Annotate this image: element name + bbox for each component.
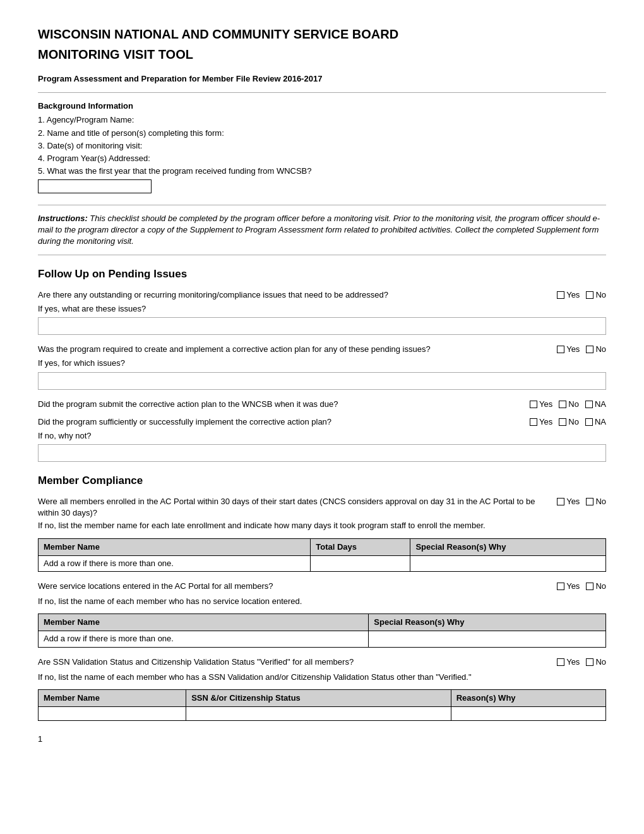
followup-q1-sub: If yes, what are these issues?: [38, 303, 606, 315]
mc-q3-sub: If no, list the name of each member who …: [38, 672, 606, 683]
followup-q2-answer-box[interactable]: [38, 372, 606, 390]
followup-q2-block: Was the program required to create and i…: [38, 344, 606, 389]
followup-q3-no[interactable]: No: [559, 399, 579, 410]
followup-q4-no-box[interactable]: [559, 418, 566, 426]
mc-q1-no[interactable]: No: [586, 496, 606, 507]
followup-q1-no-box[interactable]: [586, 291, 593, 299]
mc-table1-col1-header: Member Name: [39, 538, 311, 555]
mc-q1-sub: If no, list the member name for each lat…: [38, 520, 606, 531]
mc-table1-row1-col1: Add a row if there is more than one.: [39, 555, 311, 571]
followup-q3-na-label: NA: [595, 399, 606, 410]
mc-q2-sub: If no, list the name of each member who …: [38, 596, 606, 607]
followup-q2-yes-box[interactable]: [557, 346, 564, 353]
followup-q2-yes[interactable]: Yes: [557, 344, 580, 355]
mc-q2-yes-box[interactable]: [557, 583, 564, 590]
mc-table1-row1-col2: [311, 555, 410, 571]
title-line2: MONITORING VISIT TOOL: [38, 45, 606, 63]
followup-q4-yes-box[interactable]: [530, 418, 537, 426]
mc-table1-header-row: Member Name Total Days Special Reason(s)…: [39, 538, 606, 555]
background-item-3: 3. Date(s) of monitoring visit:: [38, 140, 606, 152]
mc-q1-row: Were all members enrolled in the AC Port…: [38, 496, 606, 519]
mc-q2-no-box[interactable]: [586, 583, 593, 590]
followup-q4-na-box[interactable]: [585, 418, 593, 426]
followup-q3-no-box[interactable]: [559, 401, 566, 408]
mc-q3-yes-label: Yes: [566, 656, 580, 668]
followup-q2-no-box[interactable]: [586, 346, 593, 353]
mc-table2-header-row: Member Name Special Reason(s) Why: [39, 614, 606, 631]
program-assessment-label: Program Assessment and Preparation for M…: [38, 73, 606, 85]
followup-q1-answer-box[interactable]: [38, 317, 606, 335]
followup-q4-block: Did the program sufficiently or successf…: [38, 416, 606, 462]
background-item-5: 5. What was the first year that the prog…: [38, 166, 606, 196]
mc-table3-row1-col1: [39, 707, 186, 721]
mc-q2-block: Were service locations entered in the AC…: [38, 581, 606, 607]
mc-q3-checkboxes: Yes No: [557, 656, 606, 668]
mc-table2-row1-col2: [369, 631, 606, 647]
mc-table2-row1: Add a row if there is more than one.: [39, 631, 606, 647]
followup-q4-na[interactable]: NA: [585, 416, 606, 428]
mc-q2-checkboxes: Yes No: [557, 581, 606, 592]
mc-q1-yes-box[interactable]: [557, 498, 564, 505]
mc-q2-yes[interactable]: Yes: [557, 581, 580, 592]
followup-q1-yes-label: Yes: [566, 289, 580, 301]
followup-q3-checkboxes: Yes No NA: [530, 399, 606, 410]
mc-table2-row1-col1: Add a row if there is more than one.: [39, 631, 369, 647]
mc-q3-yes-box[interactable]: [557, 658, 564, 666]
mc-q2-text: Were service locations entered in the AC…: [38, 581, 551, 592]
followup-q3-yes[interactable]: Yes: [530, 399, 552, 410]
mc-table2-col1-header: Member Name: [39, 614, 369, 631]
followup-q2-row: Was the program required to create and i…: [38, 344, 606, 355]
page-number: 1: [38, 734, 606, 745]
mc-q1-yes-label: Yes: [566, 496, 580, 507]
mc-table2-col2-header: Special Reason(s) Why: [369, 614, 606, 631]
mc-table1-col2-header: Total Days: [311, 538, 410, 555]
mc-q1-checkboxes: Yes No: [557, 496, 606, 507]
followup-q2-text: Was the program required to create and i…: [38, 344, 551, 355]
mc-table1-row1-col3: [410, 555, 606, 571]
followup-q2-checkboxes: Yes No: [557, 344, 606, 355]
followup-q4-yes[interactable]: Yes: [530, 416, 552, 428]
followup-q3-block: Did the program submit the corrective ac…: [38, 399, 606, 410]
followup-q3-yes-box[interactable]: [530, 401, 537, 408]
followup-q1-no[interactable]: No: [586, 289, 606, 301]
divider-3: [38, 255, 606, 255]
mc-q3-text: Are SSN Validation Status and Citizenshi…: [38, 656, 551, 668]
mc-q3-no[interactable]: No: [586, 656, 606, 668]
followup-q1-checkboxes: Yes No: [557, 289, 606, 301]
followup-q1-yes-box[interactable]: [557, 291, 564, 299]
mc-q2-row: Were service locations entered in the AC…: [38, 581, 606, 592]
mc-q1-text: Were all members enrolled in the AC Port…: [38, 496, 551, 519]
mc-q1-yes[interactable]: Yes: [557, 496, 580, 507]
mc-table1-row1: Add a row if there is more than one.: [39, 555, 606, 571]
followup-q4-checkboxes: Yes No NA: [530, 416, 606, 428]
mc-q2-no[interactable]: No: [586, 581, 606, 592]
followup-q3-text: Did the program submit the corrective ac…: [38, 399, 523, 410]
mc-q3-no-box[interactable]: [586, 658, 593, 666]
mc-table1: Member Name Total Days Special Reason(s)…: [38, 538, 606, 572]
background-item-1: 1. Agency/Program Name:: [38, 114, 606, 126]
mc-table3-row1-col2: [186, 707, 451, 721]
background-item-4: 4. Program Year(s) Addressed:: [38, 153, 606, 164]
mc-table3-row1-col3: [451, 707, 605, 721]
mc-q3-yes[interactable]: Yes: [557, 656, 580, 668]
followup-q1-yes[interactable]: Yes: [557, 289, 580, 301]
followup-q4-no[interactable]: No: [559, 416, 579, 428]
mc-table3-col3-header: Reason(s) Why: [451, 690, 605, 707]
followup-q3-yes-label: Yes: [539, 399, 552, 410]
followup-q3-row: Did the program submit the corrective ac…: [38, 399, 606, 410]
followup-q3-na-box[interactable]: [585, 401, 593, 408]
mc-table1-col3-header: Special Reason(s) Why: [410, 538, 606, 555]
mc-q3-block: Are SSN Validation Status and Citizenshi…: [38, 656, 606, 683]
mc-q1-no-box[interactable]: [586, 498, 593, 505]
divider-2: [38, 205, 606, 205]
background-info-section: Background Information 1. Agency/Program…: [38, 100, 606, 196]
followup-q3-na[interactable]: NA: [585, 399, 606, 410]
mc-q2-yes-label: Yes: [566, 581, 580, 592]
followup-q2-no[interactable]: No: [586, 344, 606, 355]
title-line1: WISCONSIN NATIONAL AND COMMUNITY SERVICE…: [38, 25, 606, 43]
followup-q4-answer-box[interactable]: [38, 444, 606, 462]
first-year-input[interactable]: [38, 179, 152, 193]
followup-q4-yes-label: Yes: [539, 416, 552, 428]
mc-table3-col2-header: SSN &/or Citizenship Status: [186, 690, 451, 707]
mc-table2: Member Name Special Reason(s) Why Add a …: [38, 613, 606, 647]
